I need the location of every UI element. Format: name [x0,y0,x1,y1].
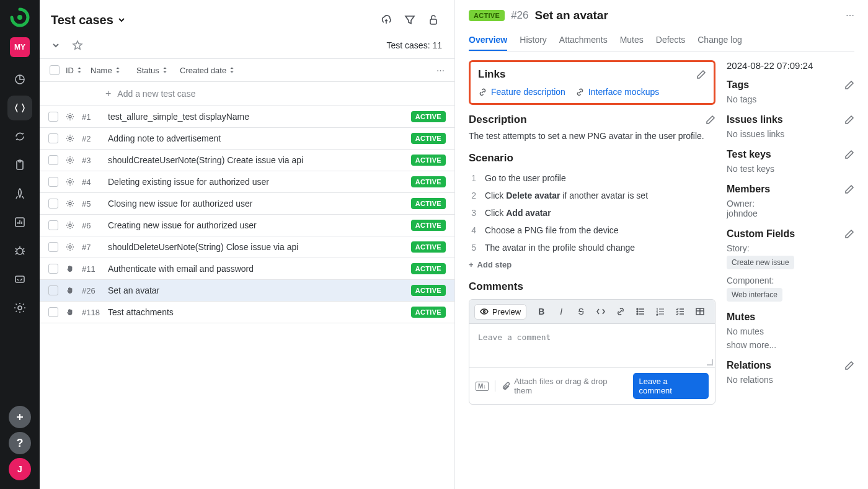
tab-mutes[interactable]: Mutes [620,30,644,51]
step-text: Click Add avatar [485,208,551,218]
edit-relations-button[interactable] [844,361,854,370]
column-status[interactable]: Status [136,66,159,75]
edit-description-button[interactable] [706,115,715,125]
edit-custom-button[interactable] [844,229,854,239]
column-name[interactable]: Name [91,66,112,75]
table-row[interactable]: #11 Authenticate with email and password… [40,258,454,280]
edit-members-button[interactable] [844,184,854,194]
preview-button[interactable]: Preview [474,304,526,320]
component-tag[interactable]: Web interface [727,288,782,302]
sort-icon[interactable] [229,66,235,74]
row-checkbox[interactable] [48,220,58,230]
table-row[interactable]: #7 shouldDeleteUserNote(String) Close is… [40,236,454,258]
add-row-label: Add a new test case [117,89,195,99]
link-item[interactable]: Interface mockups [575,87,659,97]
sort-icon[interactable] [115,66,121,74]
select-all-checkbox[interactable] [50,65,60,75]
row-checkbox[interactable] [48,264,58,274]
row-checkbox[interactable] [48,285,58,295]
help-button[interactable]: ? [9,432,31,454]
row-name: Deleting existing issue for authorized u… [108,177,405,187]
sort-icon[interactable] [76,66,82,74]
table-row[interactable]: #4 Deleting existing issue for authorize… [40,171,454,193]
nav-testcases[interactable] [7,96,32,120]
row-checkbox[interactable] [48,199,58,209]
nav-settings[interactable] [7,295,32,320]
tab-attachments[interactable]: Attachments [559,30,608,51]
tab-defects[interactable]: Defects [656,30,685,51]
italic-button[interactable]: I [552,303,570,320]
column-header: ID Name Status Created date ⋯ [40,58,454,82]
workspace-badge[interactable]: MY [10,37,30,57]
row-checkbox[interactable] [48,155,58,165]
add-test-case[interactable]: + Add a new test case [40,82,454,106]
submit-comment-button[interactable]: Leave a comment [633,373,709,399]
ul-button[interactable] [632,303,649,320]
detail-more-button[interactable]: ⋯ [846,11,854,20]
scenario-step[interactable]: 5The avatar in the profile should change [469,239,715,256]
star-icon[interactable] [72,40,83,51]
nav-cycles[interactable] [7,124,32,149]
scenario-step[interactable]: 2Click Delete avatar if another avatar i… [469,187,715,204]
row-id: #7 [82,243,102,252]
row-checkbox[interactable] [48,112,58,122]
nav-environments[interactable] [7,267,32,292]
nav-analytics[interactable] [7,210,32,235]
nav-launches[interactable] [7,181,32,206]
page-title[interactable]: Test cases [51,13,126,27]
ol-button[interactable] [652,303,669,320]
scenario-step[interactable]: 1Go to the user profile [469,169,715,187]
row-checkbox[interactable] [48,307,58,317]
svg-point-10 [69,137,71,140]
add-button[interactable] [9,406,31,428]
sort-icon[interactable] [162,66,168,74]
row-checkbox[interactable] [48,242,58,252]
bold-button[interactable]: B [533,303,550,320]
table-row[interactable]: #3 shouldCreateUserNote(String) Create i… [40,150,454,171]
table-row[interactable]: #118 Test attachments ACTIVE [40,302,454,323]
nav-clipboard[interactable] [7,153,32,177]
table-row[interactable]: #5 Closing new issue for authorized user… [40,193,454,215]
nav-defects[interactable] [7,238,32,263]
row-checkbox[interactable] [48,177,58,187]
upload-button[interactable] [378,11,395,29]
edit-testkeys-button[interactable] [844,150,854,159]
link-button[interactable] [612,303,629,320]
story-tag[interactable]: Create new issue [727,256,794,269]
show-more-button[interactable]: show more... [727,340,854,350]
gear-icon [64,112,76,122]
detail-panel: ACTIVE #26 Set an avatar ⋯ OverviewHisto… [455,0,868,489]
table-row[interactable]: #6 Creating new issue for authorized use… [40,215,454,236]
app-logo[interactable] [10,7,30,27]
nav-dashboard[interactable] [7,67,32,92]
tab-overview[interactable]: Overview [469,30,507,51]
collapse-icon[interactable] [51,40,61,50]
filter-button[interactable] [401,11,418,29]
comment-textarea[interactable]: Leave a comment [469,324,715,367]
lock-button[interactable] [425,11,442,29]
column-id[interactable]: ID [66,66,74,75]
checklist-button[interactable] [671,303,689,320]
table-row[interactable]: #1 test_allure_simple_test displayName A… [40,106,454,128]
link-item[interactable]: Feature description [478,87,565,97]
scenario-step[interactable]: 4Choose a PNG file from the device [469,222,715,239]
scenario-step[interactable]: 3Click Add avatar [469,204,715,222]
hand-icon [64,286,76,295]
edit-links-button[interactable] [696,70,706,79]
row-checkbox[interactable] [48,133,58,143]
edit-tags-button[interactable] [844,80,854,90]
code-button[interactable] [592,303,609,320]
strike-button[interactable]: S [572,303,590,320]
tab-change-log[interactable]: Change log [698,30,742,51]
user-avatar[interactable]: J [9,458,31,480]
add-step-button[interactable]: + Add step [469,260,715,269]
more-columns[interactable]: ⋯ [436,66,445,75]
table-row[interactable]: #2 Adding note to advertisement ACTIVE [40,128,454,150]
attach-hint[interactable]: Attach files or drag & drop them [502,377,626,395]
edit-issues-button[interactable] [844,115,854,125]
table-button[interactable] [691,303,709,320]
tab-history[interactable]: History [520,30,547,51]
svg-point-9 [69,115,71,118]
table-row[interactable]: #26 Set an avatar ACTIVE [40,280,454,302]
column-created[interactable]: Created date [180,66,226,75]
